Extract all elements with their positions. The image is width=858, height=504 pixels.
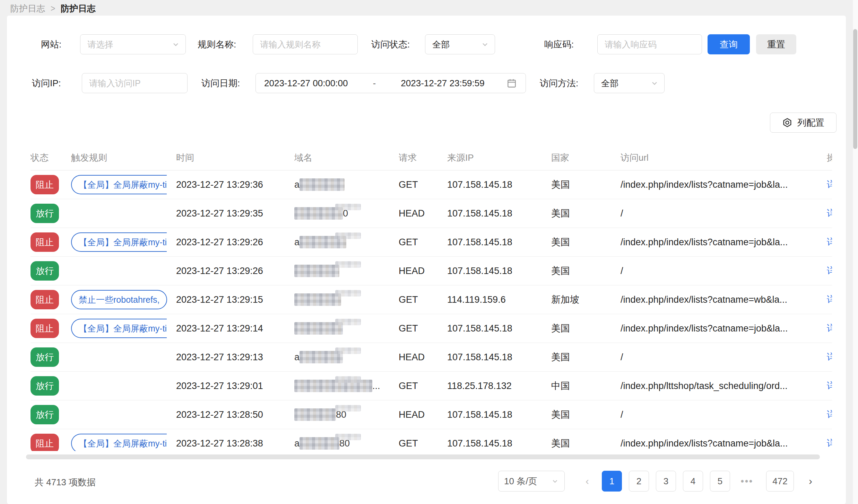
table-row: 阻止 【全局】全局屏蔽my-ti 2023-12-27 13:29:26 a G… — [31, 228, 832, 257]
calendar-icon[interactable] — [506, 78, 517, 89]
detail-link[interactable]: 详情 — [827, 207, 832, 220]
detail-link[interactable]: 详情 — [827, 265, 832, 277]
col-source-ip: 来源IP — [447, 152, 551, 164]
rule-chip[interactable]: 【全局】全局屏蔽my-ti — [71, 433, 167, 451]
reset-button[interactable]: 重置 — [756, 34, 796, 54]
country-cell: 美国 — [551, 408, 621, 421]
chevron-down-icon — [551, 477, 559, 485]
status-badge: 阻止 — [31, 290, 59, 309]
vertical-scrollbar-thumb[interactable] — [853, 29, 857, 149]
rule-chip[interactable]: 【全局】全局屏蔽my-ti — [71, 231, 167, 253]
rule-name-input[interactable]: 请输入规则名称 — [253, 34, 358, 54]
country-cell: 美国 — [551, 437, 621, 450]
detail-link[interactable]: 详情 — [827, 178, 832, 191]
rule-name-label: 规则名称: — [198, 34, 236, 54]
method-cell: HEAD — [399, 266, 447, 276]
status-badge: 放行 — [31, 376, 59, 396]
access-status-label: 访问状态: — [371, 34, 410, 54]
log-table: 状态 触发规则 时间 域名 请求 来源IP 国家 访问url 操作 阻止 【全局… — [31, 145, 832, 451]
censor-smudge — [335, 347, 361, 354]
prev-page-button[interactable]: ‹ — [580, 471, 595, 492]
method-cell: GET — [399, 438, 447, 449]
page-ellipsis[interactable]: ••• — [737, 471, 757, 492]
page-button-2[interactable]: 2 — [629, 471, 649, 492]
page-size-select[interactable]: 10 条/页 — [498, 471, 565, 492]
time-cell: 2023-12-27 13:28:38 — [176, 438, 294, 449]
domain-cell: a 80 — [294, 437, 399, 450]
last-page-button[interactable]: 472 — [766, 471, 794, 492]
query-button[interactable]: 查询 — [708, 34, 750, 54]
url-cell: /index.php/index/lists?catname=wb&la... — [621, 294, 827, 305]
access-ip-input[interactable]: 请输入访问IP — [82, 73, 188, 93]
page-button-4[interactable]: 4 — [683, 471, 703, 492]
url-cell: /index.php/index/lists?catname=job&la... — [621, 237, 827, 248]
detail-link[interactable]: 详情 — [827, 408, 832, 421]
country-cell: 美国 — [551, 265, 621, 277]
access-date-label: 访问日期: — [201, 73, 240, 93]
date-range-picker[interactable]: 2023-12-27 00:00:00 - 2023-12-27 23:59:5… — [255, 73, 526, 93]
page-button-3[interactable]: 3 — [656, 471, 676, 492]
col-action: 操作 — [827, 152, 832, 164]
response-code-label: 响应码: — [544, 34, 574, 54]
url-cell: /index.php/lttshop/task_scheduling/ord..… — [621, 381, 827, 391]
detail-link[interactable]: 详情 — [827, 322, 832, 335]
column-config-button[interactable]: 列配置 — [770, 113, 837, 133]
censored-domain — [294, 293, 341, 306]
rule-chip[interactable]: 【全局】全局屏蔽my-ti — [71, 174, 167, 195]
next-page-button[interactable]: › — [803, 471, 818, 492]
method-cell: GET — [399, 381, 447, 391]
detail-link[interactable]: 详情 — [827, 380, 832, 392]
chevron-down-icon — [481, 40, 489, 48]
detail-link[interactable]: 详情 — [827, 293, 832, 306]
censor-smudge — [335, 261, 361, 268]
time-cell: 2023-12-27 13:29:26 — [176, 266, 294, 276]
detail-link[interactable]: 详情 — [827, 437, 832, 450]
date-start[interactable]: 2023-12-27 00:00:00 — [264, 78, 348, 89]
response-code-input[interactable]: 请输入响应码 — [597, 34, 702, 54]
vertical-scrollbar-track[interactable] — [852, 0, 858, 504]
page-button-1[interactable]: 1 — [602, 471, 622, 492]
rule-chip[interactable]: 禁止一些robotahrefs, — [71, 289, 167, 310]
domain-cell — [294, 265, 399, 277]
access-status-select[interactable]: 全部 — [425, 34, 495, 54]
access-method-select[interactable]: 全部 — [594, 73, 665, 93]
col-country: 国家 — [551, 152, 621, 164]
domain-cell — [294, 322, 399, 335]
method-cell: HEAD — [399, 208, 447, 219]
domain-cell: a — [294, 236, 399, 248]
time-cell: 2023-12-27 13:29:15 — [176, 294, 294, 305]
table-row: 阻止 【全局】全局屏蔽my-ti 2023-12-27 13:28:38 a 8… — [31, 429, 832, 451]
status-badge: 阻止 — [31, 319, 59, 338]
table-row: 放行 2023-12-27 13:29:35 0 HEAD 107.158.14… — [31, 199, 832, 228]
col-status: 状态 — [31, 152, 71, 164]
breadcrumb-parent[interactable]: 防护日志 — [10, 3, 45, 14]
url-cell: /index.php/index/lists?catname=job&la... — [621, 323, 827, 334]
rule-chip[interactable]: 【全局】全局屏蔽my-ti — [71, 318, 167, 339]
page-button-5[interactable]: 5 — [710, 471, 730, 492]
ip-cell: 107.158.145.18 — [447, 266, 551, 276]
horizontal-scrollbar-thumb[interactable] — [26, 454, 820, 459]
date-separator: - — [370, 78, 379, 88]
censor-smudge — [335, 434, 361, 440]
site-select[interactable]: 请选择 — [80, 34, 186, 54]
method-cell: GET — [399, 323, 447, 334]
url-cell: /index.php/index/lists?catname=job&la... — [621, 179, 827, 190]
date-end[interactable]: 2023-12-27 23:59:59 — [401, 78, 484, 89]
detail-link[interactable]: 详情 — [827, 236, 832, 248]
url-cell: / — [621, 266, 827, 276]
detail-link[interactable]: 详情 — [827, 351, 832, 363]
censor-smudge — [335, 319, 361, 325]
breadcrumb: 防护日志 > 防护日志 — [10, 3, 95, 14]
table-row: 放行 2023-12-27 13:29:01 ... GET 118.25.17… — [31, 372, 832, 400]
method-cell: GET — [399, 237, 447, 248]
country-cell: 美国 — [551, 351, 621, 363]
status-badge: 放行 — [31, 405, 59, 424]
table-row: 阻止 【全局】全局屏蔽my-ti 2023-12-27 13:29:14 GET… — [31, 314, 832, 343]
country-cell: 中国 — [551, 380, 621, 392]
censor-smudge — [335, 376, 361, 383]
table-body: 阻止 【全局】全局屏蔽my-ti 2023-12-27 13:29:36 a G… — [31, 170, 832, 451]
site-label: 网站: — [41, 34, 61, 54]
domain-cell: 80 — [294, 408, 399, 421]
status-badge: 阻止 — [31, 434, 59, 451]
status-badge: 放行 — [31, 261, 59, 281]
